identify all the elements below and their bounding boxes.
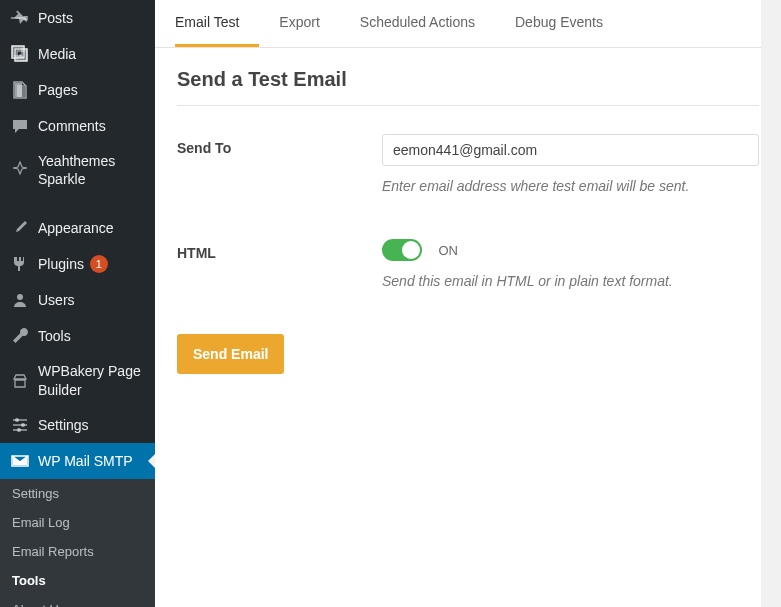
sidebar-item-media[interactable]: Media (0, 36, 155, 72)
sidebar-item-wpmailsmtp[interactable]: WP Mail SMTP (0, 443, 155, 479)
svg-point-4 (17, 294, 23, 300)
brush-icon (10, 218, 30, 238)
tab-export[interactable]: Export (279, 0, 339, 47)
tab-scheduled-actions[interactable]: Scheduled Actions (360, 0, 495, 47)
sidebar-item-label: Users (38, 291, 75, 309)
sidebar-item-yeahthemes[interactable]: Yeahthemes Sparkle (0, 144, 155, 196)
pushpin-icon (10, 8, 30, 28)
sidebar-item-appearance[interactable]: Appearance (0, 210, 155, 246)
envelope-icon (10, 451, 30, 471)
sidebar-item-label: Appearance (38, 219, 114, 237)
help-html: Send this email in HTML or in plain text… (382, 273, 759, 289)
update-badge: 1 (90, 255, 108, 273)
sidebar-item-users[interactable]: Users (0, 282, 155, 318)
sparkle-icon (10, 160, 30, 180)
sidebar-submenu: Settings Email Log Email Reports Tools A… (0, 479, 155, 607)
sidebar-item-wpbakery[interactable]: WPBakery Page Builder (0, 354, 155, 406)
sidebar-item-label: WP Mail SMTP (38, 452, 133, 470)
admin-sidebar: Posts Media Pages Comments Yeahthemes Sp… (0, 0, 155, 607)
sidebar-item-label: Pages (38, 81, 78, 99)
svg-point-5 (15, 418, 19, 422)
submenu-item-settings[interactable]: Settings (0, 479, 155, 508)
svg-point-7 (17, 428, 21, 432)
sidebar-item-label: Posts (38, 9, 73, 27)
row-sendto: Send To Enter email address where test e… (177, 134, 759, 194)
submenu-item-tools[interactable]: Tools (0, 566, 155, 595)
sidebar-item-pages[interactable]: Pages (0, 72, 155, 108)
sidebar-item-label: Media (38, 45, 76, 63)
plug-icon (10, 254, 30, 274)
builder-icon (10, 371, 30, 391)
sidebar-item-comments[interactable]: Comments (0, 108, 155, 144)
sidebar-item-posts[interactable]: Posts (0, 0, 155, 36)
submenu-item-emailreports[interactable]: Email Reports (0, 537, 155, 566)
sidebar-item-label: WPBakery Page Builder (38, 362, 145, 398)
row-html: HTML ON Send this email in HTML or in pl… (177, 239, 759, 289)
main-content: Email Test Export Scheduled Actions Debu… (155, 0, 781, 607)
sliders-icon (10, 415, 30, 435)
user-icon (10, 290, 30, 310)
send-email-button[interactable]: Send Email (177, 334, 284, 374)
toggle-state: ON (438, 243, 458, 258)
sendto-input[interactable] (382, 134, 759, 166)
sidebar-item-label: Comments (38, 117, 106, 135)
page-title: Send a Test Email (177, 68, 759, 91)
sidebar-item-label: Yeahthemes Sparkle (38, 152, 145, 188)
submenu-item-emaillog[interactable]: Email Log (0, 508, 155, 537)
svg-point-6 (21, 423, 25, 427)
submenu-item-aboutus[interactable]: About Us (0, 595, 155, 607)
pages-icon (10, 80, 30, 100)
media-icon (10, 44, 30, 64)
tab-nav: Email Test Export Scheduled Actions Debu… (155, 0, 781, 48)
sidebar-item-tools[interactable]: Tools (0, 318, 155, 354)
tab-email-test[interactable]: Email Test (175, 0, 259, 47)
sidebar-item-plugins[interactable]: Plugins 1 (0, 246, 155, 282)
comment-icon (10, 116, 30, 136)
wrench-icon (10, 326, 30, 346)
html-toggle[interactable] (382, 239, 422, 261)
sidebar-item-label: Settings (38, 416, 89, 434)
sidebar-item-label: Tools (38, 327, 71, 345)
right-gutter (761, 0, 781, 607)
help-sendto: Enter email address where test email wil… (382, 178, 759, 194)
label-sendto: Send To (177, 134, 382, 156)
tab-debug-events[interactable]: Debug Events (515, 0, 623, 47)
svg-rect-3 (17, 85, 25, 97)
sidebar-item-settings[interactable]: Settings (0, 407, 155, 443)
divider (177, 105, 759, 106)
sidebar-item-label: Plugins (38, 255, 84, 273)
label-html: HTML (177, 239, 382, 261)
